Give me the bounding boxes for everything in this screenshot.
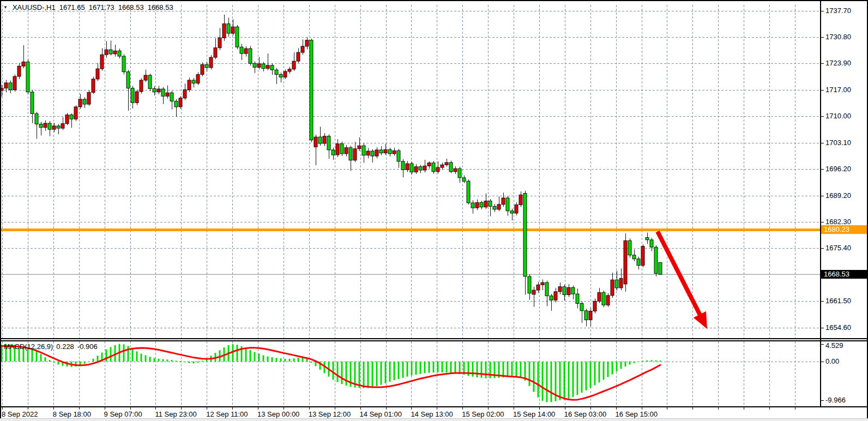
price-tag-orange: 1680.23 — [821, 225, 868, 234]
price-axis-label: 1703.10 — [825, 139, 851, 147]
macd-axis-label: 4.529 — [825, 342, 843, 350]
time-axis-label: 11 Sep 23:00 — [155, 411, 196, 418]
candles-group — [0, 15, 662, 327]
time-axis-tick — [105, 407, 105, 410]
time-axis-tick — [692, 407, 693, 410]
time-axis-tick — [462, 407, 463, 410]
time-axis-tick — [79, 407, 80, 410]
window-border-left — [0, 0, 1, 418]
time-axis-tick — [437, 407, 437, 410]
time-axis-tick — [514, 407, 514, 410]
macd-axis-label: 0.00 — [825, 358, 839, 365]
symbol-timeframe-label: XAUUSD-,H1 — [13, 3, 56, 11]
time-axis[interactable]: 8 Sep 20228 Sep 18:009 Sep 07:0011 Sep 2… — [0, 407, 868, 418]
time-axis-label: 13 Sep 12:00 — [309, 411, 351, 418]
time-axis-tick — [411, 407, 412, 410]
macd-histogram — [1, 344, 661, 402]
price-axis-separator — [820, 0, 821, 407]
time-axis-tick — [309, 407, 310, 410]
mt4-chart-window: ▼ XAUUSD-,H1 1671.65 1671.73 1668.53 166… — [0, 0, 868, 421]
chevron-down-icon[interactable]: ▼ — [3, 5, 8, 10]
window-border-top — [0, 0, 868, 1]
price-axis-label: 1654.60 — [825, 324, 851, 332]
price-axis[interactable]: 1737.701730.801723.901717.001710.001703.… — [821, 0, 868, 407]
close-value: 1668.53 — [148, 3, 173, 11]
macd-signal-value: -0.906 — [77, 342, 98, 351]
time-axis-label: 15 Sep 02:00 — [462, 411, 504, 418]
price-axis-label: 1682.30 — [825, 218, 851, 226]
time-axis-tick — [590, 407, 591, 410]
time-axis-tick — [386, 407, 387, 410]
time-axis-tick — [488, 407, 489, 410]
time-axis-tick — [539, 407, 540, 410]
time-axis-label: 13 Sep 00:00 — [257, 411, 299, 418]
time-axis-label: 12 Sep 11:00 — [206, 411, 248, 418]
price-axis-label: 1717.00 — [825, 86, 851, 94]
price-axis-label: 1675.40 — [825, 244, 851, 252]
time-axis-tick — [335, 407, 335, 410]
panel-separator-bottom[interactable] — [0, 340, 868, 341]
time-axis-label: 14 Sep 13:00 — [411, 411, 453, 418]
time-axis-tick — [28, 407, 28, 410]
low-value: 1668.53 — [118, 3, 144, 11]
status-strip — [0, 418, 868, 421]
price-axis-label: 1730.80 — [825, 33, 851, 41]
macd-signal-line — [2, 346, 660, 400]
price-tag-current: 1668.53 — [821, 270, 868, 279]
symbol-header: ▼ XAUUSD-,H1 1671.65 1671.73 1668.53 166… — [3, 3, 173, 11]
time-axis-tick — [258, 407, 258, 410]
open-value: 1671.65 — [59, 3, 85, 11]
price-axis-label: 1710.00 — [825, 112, 851, 120]
time-axis-tick — [718, 407, 719, 410]
time-axis-tick — [667, 407, 667, 410]
time-axis-label: 9 Sep 07:00 — [104, 411, 142, 418]
price-axis-label: 1661.50 — [825, 297, 851, 305]
time-axis-tick — [616, 407, 617, 410]
time-axis-tick — [744, 407, 744, 410]
time-axis-tick — [232, 407, 233, 410]
chart-canvas[interactable] — [0, 0, 868, 407]
time-axis-label: 15 Sep 14:00 — [513, 411, 555, 418]
macd-indicator-header: MACD(12,26,9) 0.228 -0.906 — [4, 342, 98, 351]
macd-panel-border-bottom — [0, 406, 868, 407]
time-axis-label: 16 Sep 15:00 — [616, 411, 658, 418]
high-value: 1671.73 — [89, 3, 114, 11]
time-axis-tick — [207, 407, 207, 410]
time-axis-tick — [360, 407, 361, 410]
time-axis-tick — [53, 407, 54, 410]
macd-indicator-label: MACD(12,26,9) — [4, 342, 53, 351]
price-axis-label: 1737.70 — [825, 7, 851, 15]
time-axis-tick — [642, 407, 642, 410]
time-axis-tick — [769, 407, 770, 410]
time-axis-tick — [181, 407, 182, 410]
time-axis-tick — [130, 407, 131, 410]
price-axis-label: 1696.20 — [825, 165, 851, 173]
price-axis-label: 1689.20 — [825, 192, 851, 200]
time-axis-tick — [284, 407, 284, 410]
price-axis-label: 1723.90 — [825, 59, 851, 67]
time-axis-tick — [795, 407, 795, 410]
time-axis-label: 8 Sep 2022 — [2, 411, 38, 418]
trend-arrow[interactable] — [658, 231, 707, 329]
macd-value: 0.228 — [56, 342, 74, 351]
time-axis-tick — [2, 407, 3, 410]
time-axis-label: 14 Sep 01:00 — [360, 411, 402, 418]
time-axis-label: 8 Sep 18:00 — [53, 411, 91, 418]
time-axis-label: 16 Sep 03:00 — [564, 411, 606, 418]
panel-separator-top[interactable] — [0, 338, 868, 339]
time-axis-tick — [155, 407, 156, 410]
time-axis-tick — [565, 407, 565, 410]
macd-axis-label: -9.966 — [825, 396, 846, 404]
